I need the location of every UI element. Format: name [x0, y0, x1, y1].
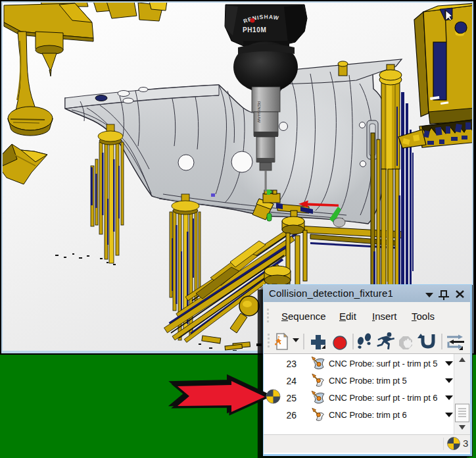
svg-text:RENISHAW: RENISHAW: [257, 101, 261, 122]
svg-text:PH10M: PH10M: [243, 26, 266, 34]
